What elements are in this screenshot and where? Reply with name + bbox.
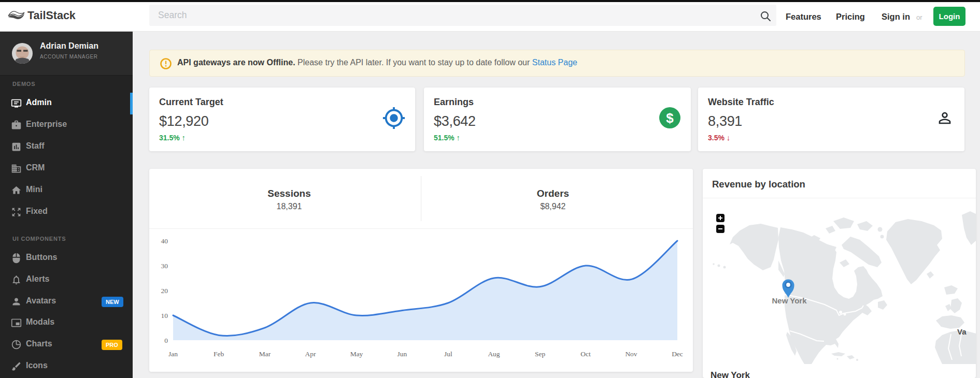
svg-text:May: May [350, 350, 363, 358]
svg-text:Apr: Apr [305, 350, 316, 358]
svg-text:Jun: Jun [397, 350, 407, 358]
svg-text:Mar: Mar [259, 350, 271, 358]
svg-text:Va: Va [957, 327, 967, 336]
svg-text:Sep: Sep [535, 350, 546, 358]
svg-text:Aug: Aug [488, 350, 500, 358]
svg-text:Jul: Jul [444, 350, 452, 358]
svg-text:$: $ [666, 110, 674, 126]
svg-text:0: 0 [164, 337, 168, 344]
svg-text:Feb: Feb [214, 350, 224, 358]
svg-text:40: 40 [161, 237, 168, 245]
svg-text:30: 30 [161, 262, 168, 270]
svg-text:New York: New York [772, 296, 807, 305]
svg-text:Oct: Oct [580, 350, 591, 358]
svg-text:Jan: Jan [168, 350, 178, 358]
svg-text:Nov: Nov [625, 350, 637, 358]
svg-text:Dec: Dec [672, 350, 683, 358]
svg-text:10: 10 [161, 312, 168, 319]
svg-text:20: 20 [161, 287, 168, 295]
